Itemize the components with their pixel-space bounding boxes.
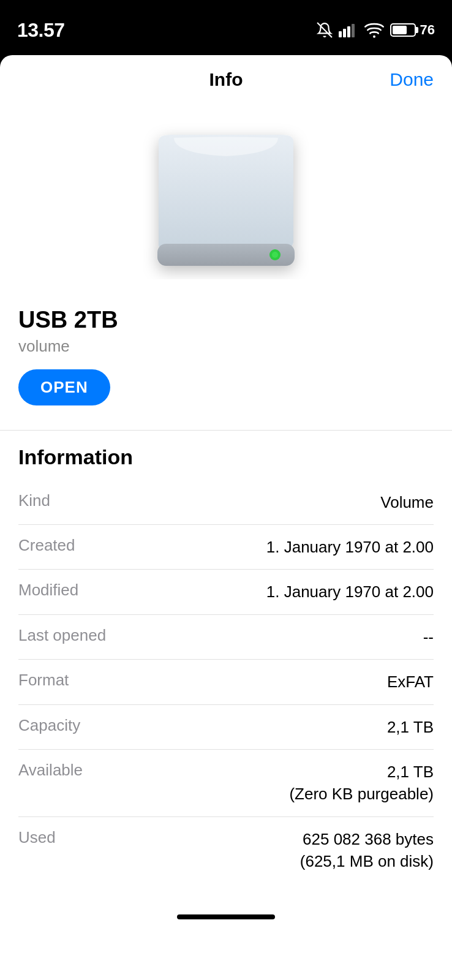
status-time: 13.57 xyxy=(17,19,65,42)
nav-bar: Info Done xyxy=(0,55,452,98)
silent-icon xyxy=(317,22,333,38)
info-row-label: Modified xyxy=(18,581,129,600)
main-content: Info Done xyxy=(0,55,452,980)
drive-icon-area xyxy=(0,98,452,300)
status-icons: 76 xyxy=(317,22,435,38)
svg-rect-2 xyxy=(343,29,346,37)
svg-rect-1 xyxy=(339,31,342,37)
drive-icon xyxy=(134,123,318,288)
info-row-label: Last opened xyxy=(18,626,129,645)
info-row: Modified1. January 1970 at 2.00 xyxy=(18,570,434,614)
info-row-value: 2,1 TB(Zero KB purgeable) xyxy=(289,761,434,805)
info-row: Last opened-- xyxy=(18,615,434,660)
drive-info: USB 2TB volume OPEN xyxy=(0,300,452,418)
info-row: KindVolume xyxy=(18,480,434,525)
svg-point-8 xyxy=(272,252,278,258)
done-button[interactable]: Done xyxy=(385,69,434,90)
svg-rect-4 xyxy=(352,24,355,37)
wifi-icon xyxy=(364,22,384,38)
info-row-value: 2,1 TB xyxy=(387,716,434,738)
info-row-label: Format xyxy=(18,671,129,690)
info-row-value: 625 082 368 bytes(625,1 MB on disk) xyxy=(300,828,434,873)
svg-point-5 xyxy=(373,36,375,38)
status-bar: 13.57 76 xyxy=(0,0,452,55)
drive-type: volume xyxy=(18,337,434,356)
drive-name: USB 2TB xyxy=(18,306,434,334)
info-row-label: Available xyxy=(18,761,129,780)
info-heading: Information xyxy=(18,445,434,469)
info-row-label: Capacity xyxy=(18,716,129,735)
info-row-value: ExFAT xyxy=(387,671,434,693)
info-row-label: Created xyxy=(18,536,129,555)
info-row-value: 1. January 1970 at 2.00 xyxy=(266,581,434,603)
signal-icon xyxy=(339,23,358,37)
info-section: Information KindVolumeCreated1. January … xyxy=(0,431,452,884)
info-row-label: Used xyxy=(18,828,129,847)
open-button[interactable]: OPEN xyxy=(18,369,110,405)
battery-level: 76 xyxy=(420,22,435,38)
info-row-value: -- xyxy=(423,626,434,648)
info-row: FormatExFAT xyxy=(18,660,434,704)
info-row-value: 1. January 1970 at 2.00 xyxy=(266,536,434,558)
info-row: Available2,1 TB(Zero KB purgeable) xyxy=(18,750,434,817)
home-indicator xyxy=(0,902,452,925)
info-row: Capacity2,1 TB xyxy=(18,705,434,750)
svg-rect-3 xyxy=(347,26,350,37)
page-title: Info xyxy=(67,69,385,90)
info-row-label: Kind xyxy=(18,491,129,510)
info-row: Created1. January 1970 at 2.00 xyxy=(18,525,434,570)
home-bar xyxy=(177,914,275,919)
info-row-value: Volume xyxy=(380,491,434,513)
svg-line-0 xyxy=(317,23,332,37)
battery-icon: 76 xyxy=(390,22,435,38)
info-rows-container: KindVolumeCreated1. January 1970 at 2.00… xyxy=(18,480,434,884)
info-row: Used625 082 368 bytes(625,1 MB on disk) xyxy=(18,817,434,884)
